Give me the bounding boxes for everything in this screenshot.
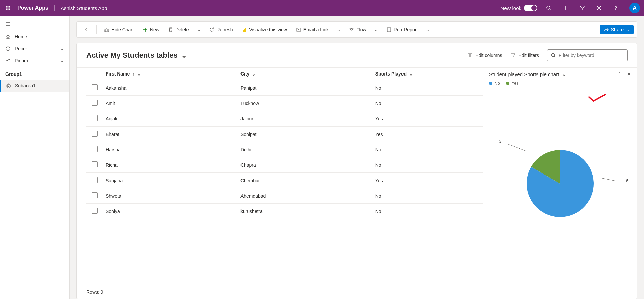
- run-report-dropdown[interactable]: ⌄: [423, 25, 432, 34]
- filter-keyword-box[interactable]: [547, 49, 628, 61]
- delete-dropdown[interactable]: ⌄: [194, 25, 204, 34]
- row-checkbox-cell[interactable]: [86, 96, 103, 111]
- edit-filters-button[interactable]: Edit filters: [511, 53, 539, 58]
- column-first-name[interactable]: First Name ↑ ⌄: [103, 68, 238, 80]
- delete-button[interactable]: Delete: [165, 25, 192, 34]
- new-look-toggle[interactable]: [524, 5, 537, 11]
- cell-first-name[interactable]: Bharat: [103, 127, 238, 142]
- row-checkbox-cell[interactable]: [86, 142, 103, 157]
- cell-sports: Yes: [373, 127, 483, 142]
- cell-city: kurushetra: [238, 204, 373, 219]
- table-row[interactable]: HarshaDelhiNo: [86, 142, 483, 157]
- row-checkbox-cell[interactable]: [86, 188, 103, 204]
- brand-label[interactable]: Power Apps: [17, 5, 55, 11]
- cell-first-name[interactable]: Anjali: [103, 111, 238, 127]
- home-icon: [5, 34, 11, 39]
- report-icon: [386, 27, 392, 32]
- checkbox-icon[interactable]: [92, 115, 98, 121]
- email-link-button[interactable]: Email a Link: [292, 25, 332, 34]
- select-all-header[interactable]: [86, 68, 103, 80]
- add-icon[interactable]: [560, 3, 571, 13]
- command-bar: Hide Chart New Delete ⌄ Refresh Visualiz…: [76, 21, 637, 38]
- cell-city: Panipat: [238, 80, 373, 96]
- annotation-checkmark-icon: [587, 93, 607, 103]
- user-avatar[interactable]: A: [629, 3, 640, 13]
- checkbox-icon[interactable]: [92, 177, 98, 183]
- chart-selector[interactable]: Student played Sports pie chart ⌄: [489, 71, 566, 77]
- cell-first-name[interactable]: Aakansha: [103, 80, 238, 96]
- visualize-button[interactable]: Visualize this view: [238, 25, 290, 34]
- checkbox-icon[interactable]: [92, 131, 98, 137]
- table-row[interactable]: SoniyakurushetraNo: [86, 204, 483, 219]
- table-row[interactable]: AakanshaPanipatNo: [86, 80, 483, 96]
- filter-keyword-input[interactable]: [559, 53, 624, 58]
- checkbox-icon[interactable]: [92, 84, 98, 90]
- nav-pinned[interactable]: Pinned ⌄: [0, 55, 69, 67]
- checkbox-icon[interactable]: [92, 146, 98, 152]
- row-checkbox-cell[interactable]: [86, 80, 103, 96]
- table-row[interactable]: BharatSonipatYes: [86, 127, 483, 142]
- table-row[interactable]: SanjanaChemburYes: [86, 173, 483, 188]
- settings-icon[interactable]: [594, 3, 604, 13]
- nav-recent[interactable]: Recent ⌄: [0, 43, 69, 55]
- view-header: Active My Students tables ⌄ Edit columns…: [77, 43, 637, 67]
- legend-dot-yes: [506, 82, 509, 85]
- checkbox-icon[interactable]: [92, 192, 98, 198]
- row-checkbox-cell[interactable]: [86, 204, 103, 219]
- table-row[interactable]: AmitLucknowNo: [86, 96, 483, 111]
- search-icon[interactable]: [543, 3, 554, 13]
- cell-first-name[interactable]: Amit: [103, 96, 238, 111]
- legend-yes[interactable]: Yes: [506, 81, 519, 86]
- email-link-dropdown[interactable]: ⌄: [334, 25, 343, 34]
- row-checkbox-cell[interactable]: [86, 157, 103, 173]
- checkbox-icon[interactable]: [92, 100, 98, 106]
- chart-title-label: Student played Sports pie chart: [489, 71, 559, 77]
- column-sports-played[interactable]: Sports Played ⌄: [373, 68, 483, 80]
- run-report-button[interactable]: Run Report: [383, 25, 421, 34]
- svg-rect-20: [105, 30, 106, 32]
- nav-subarea1[interactable]: Subarea1: [0, 80, 69, 92]
- row-checkbox-cell[interactable]: [86, 111, 103, 127]
- chart-more-icon[interactable]: ⋮: [617, 71, 622, 77]
- app-launcher-icon[interactable]: [4, 4, 12, 12]
- view-selector[interactable]: Active My Students tables ⌄: [86, 51, 187, 60]
- collapse-nav-icon[interactable]: [0, 19, 69, 31]
- hide-chart-button[interactable]: Hide Chart: [101, 25, 137, 34]
- row-checkbox-cell[interactable]: [86, 173, 103, 188]
- svg-rect-26: [244, 29, 245, 32]
- row-checkbox-cell[interactable]: [86, 127, 103, 142]
- refresh-button[interactable]: Refresh: [206, 25, 236, 34]
- more-commands-icon[interactable]: ⋮: [434, 24, 446, 35]
- cell-first-name[interactable]: Richa: [103, 157, 238, 173]
- help-icon[interactable]: [610, 3, 621, 13]
- table-row[interactable]: RichaChapraNo: [86, 157, 483, 173]
- table-row[interactable]: ShwetaAhemdabadNo: [86, 188, 483, 204]
- column-city[interactable]: City ⌄: [238, 68, 373, 80]
- flow-dropdown[interactable]: ⌄: [372, 25, 381, 34]
- edit-columns-button[interactable]: Edit columns: [467, 53, 502, 58]
- pie-chart[interactable]: [520, 143, 600, 224]
- content-card: Active My Students tables ⌄ Edit columns…: [76, 43, 637, 299]
- chart-close-icon[interactable]: ✕: [627, 71, 631, 77]
- cell-sports: No: [373, 204, 483, 219]
- chevron-down-icon: ⌄: [181, 51, 187, 60]
- svg-rect-6: [6, 9, 7, 10]
- legend-no[interactable]: No: [489, 81, 500, 86]
- table-row[interactable]: AnjaliJaipurYes: [86, 111, 483, 127]
- cell-first-name[interactable]: Shweta: [103, 188, 238, 204]
- cell-first-name[interactable]: Harsha: [103, 142, 238, 157]
- flow-button[interactable]: Flow: [345, 25, 370, 34]
- new-button[interactable]: New: [139, 25, 163, 34]
- chevron-down-icon: ⌄: [409, 72, 413, 77]
- svg-rect-8: [9, 9, 10, 10]
- checkbox-icon[interactable]: [92, 161, 98, 167]
- filter-icon[interactable]: [577, 3, 588, 13]
- checkbox-icon[interactable]: [92, 208, 98, 214]
- cell-first-name[interactable]: Sanjana: [103, 173, 238, 188]
- back-button[interactable]: [80, 23, 92, 36]
- chart-icon: [104, 27, 109, 32]
- cell-first-name[interactable]: Soniya: [103, 204, 238, 219]
- chevron-down-icon: ⌄: [60, 46, 64, 51]
- nav-home[interactable]: Home: [0, 31, 69, 43]
- share-button[interactable]: Share ⌄: [600, 25, 634, 34]
